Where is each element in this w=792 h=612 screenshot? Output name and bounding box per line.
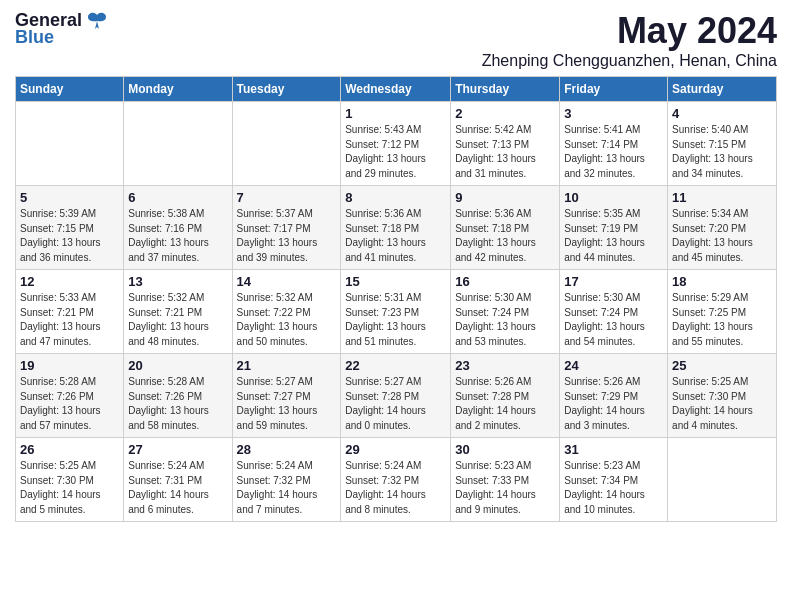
week-row-2: 5Sunrise: 5:39 AMSunset: 7:15 PMDaylight…: [16, 186, 777, 270]
calendar-cell: 29Sunrise: 5:24 AMSunset: 7:32 PMDayligh…: [341, 438, 451, 522]
day-number: 29: [345, 442, 446, 457]
calendar-cell: 3Sunrise: 5:41 AMSunset: 7:14 PMDaylight…: [560, 102, 668, 186]
calendar-cell: 20Sunrise: 5:28 AMSunset: 7:26 PMDayligh…: [124, 354, 232, 438]
calendar-cell: 4Sunrise: 5:40 AMSunset: 7:15 PMDaylight…: [668, 102, 777, 186]
calendar-cell: 13Sunrise: 5:32 AMSunset: 7:21 PMDayligh…: [124, 270, 232, 354]
calendar-cell: [232, 102, 341, 186]
calendar-cell: 12Sunrise: 5:33 AMSunset: 7:21 PMDayligh…: [16, 270, 124, 354]
day-number: 20: [128, 358, 227, 373]
day-info: Sunrise: 5:35 AMSunset: 7:19 PMDaylight:…: [564, 207, 663, 265]
calendar-cell: 5Sunrise: 5:39 AMSunset: 7:15 PMDaylight…: [16, 186, 124, 270]
weekday-header-row: SundayMondayTuesdayWednesdayThursdayFrid…: [16, 77, 777, 102]
calendar-cell: 2Sunrise: 5:42 AMSunset: 7:13 PMDaylight…: [451, 102, 560, 186]
calendar-cell: [668, 438, 777, 522]
calendar-cell: 11Sunrise: 5:34 AMSunset: 7:20 PMDayligh…: [668, 186, 777, 270]
week-row-4: 19Sunrise: 5:28 AMSunset: 7:26 PMDayligh…: [16, 354, 777, 438]
day-number: 1: [345, 106, 446, 121]
calendar-cell: 26Sunrise: 5:25 AMSunset: 7:30 PMDayligh…: [16, 438, 124, 522]
day-number: 16: [455, 274, 555, 289]
day-info: Sunrise: 5:27 AMSunset: 7:27 PMDaylight:…: [237, 375, 337, 433]
day-number: 7: [237, 190, 337, 205]
calendar-cell: 1Sunrise: 5:43 AMSunset: 7:12 PMDaylight…: [341, 102, 451, 186]
week-row-5: 26Sunrise: 5:25 AMSunset: 7:30 PMDayligh…: [16, 438, 777, 522]
day-info: Sunrise: 5:28 AMSunset: 7:26 PMDaylight:…: [20, 375, 119, 433]
day-number: 26: [20, 442, 119, 457]
day-number: 5: [20, 190, 119, 205]
day-info: Sunrise: 5:43 AMSunset: 7:12 PMDaylight:…: [345, 123, 446, 181]
day-number: 15: [345, 274, 446, 289]
weekday-header-saturday: Saturday: [668, 77, 777, 102]
day-info: Sunrise: 5:29 AMSunset: 7:25 PMDaylight:…: [672, 291, 772, 349]
calendar-cell: 23Sunrise: 5:26 AMSunset: 7:28 PMDayligh…: [451, 354, 560, 438]
weekday-header-friday: Friday: [560, 77, 668, 102]
calendar-cell: 19Sunrise: 5:28 AMSunset: 7:26 PMDayligh…: [16, 354, 124, 438]
day-number: 9: [455, 190, 555, 205]
day-info: Sunrise: 5:26 AMSunset: 7:29 PMDaylight:…: [564, 375, 663, 433]
calendar-cell: 28Sunrise: 5:24 AMSunset: 7:32 PMDayligh…: [232, 438, 341, 522]
calendar-cell: 27Sunrise: 5:24 AMSunset: 7:31 PMDayligh…: [124, 438, 232, 522]
calendar-cell: 30Sunrise: 5:23 AMSunset: 7:33 PMDayligh…: [451, 438, 560, 522]
day-info: Sunrise: 5:37 AMSunset: 7:17 PMDaylight:…: [237, 207, 337, 265]
day-info: Sunrise: 5:32 AMSunset: 7:22 PMDaylight:…: [237, 291, 337, 349]
calendar-cell: 25Sunrise: 5:25 AMSunset: 7:30 PMDayligh…: [668, 354, 777, 438]
calendar-cell: 7Sunrise: 5:37 AMSunset: 7:17 PMDaylight…: [232, 186, 341, 270]
calendar-cell: 8Sunrise: 5:36 AMSunset: 7:18 PMDaylight…: [341, 186, 451, 270]
day-number: 10: [564, 190, 663, 205]
day-number: 3: [564, 106, 663, 121]
day-info: Sunrise: 5:40 AMSunset: 7:15 PMDaylight:…: [672, 123, 772, 181]
day-number: 31: [564, 442, 663, 457]
day-info: Sunrise: 5:36 AMSunset: 7:18 PMDaylight:…: [455, 207, 555, 265]
day-info: Sunrise: 5:39 AMSunset: 7:15 PMDaylight:…: [20, 207, 119, 265]
calendar-cell: [124, 102, 232, 186]
week-row-3: 12Sunrise: 5:33 AMSunset: 7:21 PMDayligh…: [16, 270, 777, 354]
calendar-cell: 22Sunrise: 5:27 AMSunset: 7:28 PMDayligh…: [341, 354, 451, 438]
calendar-cell: 24Sunrise: 5:26 AMSunset: 7:29 PMDayligh…: [560, 354, 668, 438]
day-number: 2: [455, 106, 555, 121]
day-info: Sunrise: 5:38 AMSunset: 7:16 PMDaylight:…: [128, 207, 227, 265]
day-number: 21: [237, 358, 337, 373]
calendar-cell: 17Sunrise: 5:30 AMSunset: 7:24 PMDayligh…: [560, 270, 668, 354]
page-header: General Blue May 2024 Zhenping Chengguan…: [15, 10, 777, 70]
calendar-table: SundayMondayTuesdayWednesdayThursdayFrid…: [15, 76, 777, 522]
day-info: Sunrise: 5:24 AMSunset: 7:32 PMDaylight:…: [237, 459, 337, 517]
day-info: Sunrise: 5:24 AMSunset: 7:32 PMDaylight:…: [345, 459, 446, 517]
day-info: Sunrise: 5:32 AMSunset: 7:21 PMDaylight:…: [128, 291, 227, 349]
day-number: 24: [564, 358, 663, 373]
logo-bird-icon: [86, 11, 108, 31]
day-info: Sunrise: 5:42 AMSunset: 7:13 PMDaylight:…: [455, 123, 555, 181]
day-info: Sunrise: 5:24 AMSunset: 7:31 PMDaylight:…: [128, 459, 227, 517]
day-info: Sunrise: 5:30 AMSunset: 7:24 PMDaylight:…: [455, 291, 555, 349]
day-number: 8: [345, 190, 446, 205]
calendar-cell: 15Sunrise: 5:31 AMSunset: 7:23 PMDayligh…: [341, 270, 451, 354]
weekday-header-tuesday: Tuesday: [232, 77, 341, 102]
day-info: Sunrise: 5:28 AMSunset: 7:26 PMDaylight:…: [128, 375, 227, 433]
day-number: 18: [672, 274, 772, 289]
day-info: Sunrise: 5:33 AMSunset: 7:21 PMDaylight:…: [20, 291, 119, 349]
day-number: 11: [672, 190, 772, 205]
calendar-cell: 9Sunrise: 5:36 AMSunset: 7:18 PMDaylight…: [451, 186, 560, 270]
day-number: 6: [128, 190, 227, 205]
weekday-header-thursday: Thursday: [451, 77, 560, 102]
title-area: May 2024 Zhenping Chengguanzhen, Henan, …: [482, 10, 777, 70]
weekday-header-wednesday: Wednesday: [341, 77, 451, 102]
day-number: 25: [672, 358, 772, 373]
day-number: 19: [20, 358, 119, 373]
day-info: Sunrise: 5:36 AMSunset: 7:18 PMDaylight:…: [345, 207, 446, 265]
day-number: 14: [237, 274, 337, 289]
calendar-cell: 6Sunrise: 5:38 AMSunset: 7:16 PMDaylight…: [124, 186, 232, 270]
day-number: 4: [672, 106, 772, 121]
day-info: Sunrise: 5:31 AMSunset: 7:23 PMDaylight:…: [345, 291, 446, 349]
day-number: 30: [455, 442, 555, 457]
day-info: Sunrise: 5:30 AMSunset: 7:24 PMDaylight:…: [564, 291, 663, 349]
calendar-cell: 31Sunrise: 5:23 AMSunset: 7:34 PMDayligh…: [560, 438, 668, 522]
calendar-cell: 10Sunrise: 5:35 AMSunset: 7:19 PMDayligh…: [560, 186, 668, 270]
day-info: Sunrise: 5:26 AMSunset: 7:28 PMDaylight:…: [455, 375, 555, 433]
day-info: Sunrise: 5:34 AMSunset: 7:20 PMDaylight:…: [672, 207, 772, 265]
day-info: Sunrise: 5:25 AMSunset: 7:30 PMDaylight:…: [20, 459, 119, 517]
location-title: Zhenping Chengguanzhen, Henan, China: [482, 52, 777, 70]
day-number: 13: [128, 274, 227, 289]
calendar-cell: 18Sunrise: 5:29 AMSunset: 7:25 PMDayligh…: [668, 270, 777, 354]
day-info: Sunrise: 5:25 AMSunset: 7:30 PMDaylight:…: [672, 375, 772, 433]
week-row-1: 1Sunrise: 5:43 AMSunset: 7:12 PMDaylight…: [16, 102, 777, 186]
day-info: Sunrise: 5:23 AMSunset: 7:34 PMDaylight:…: [564, 459, 663, 517]
